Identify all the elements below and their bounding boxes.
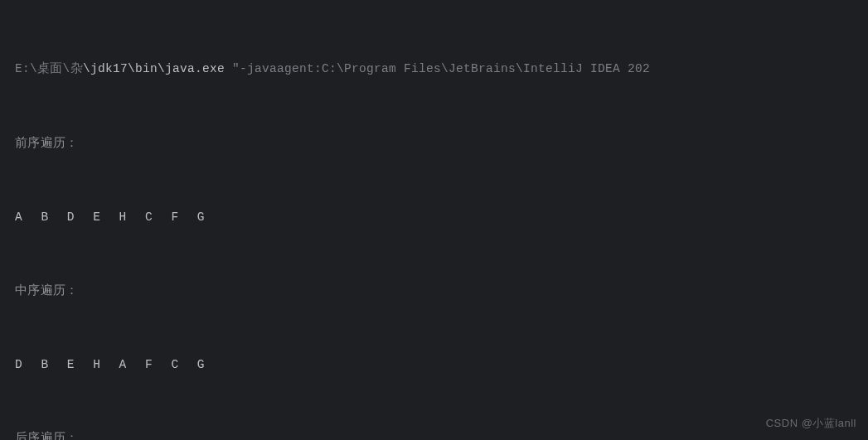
command-path: \jdk17\bin\java.exe bbox=[83, 62, 225, 75]
command-line: E:\桌面\杂\jdk17\bin\java.exe "-javaagent:C… bbox=[15, 57, 853, 82]
inorder-value: D B E H A F C G bbox=[15, 353, 853, 378]
console-output-panel: E:\桌面\杂\jdk17\bin\java.exe "-javaagent:C… bbox=[15, 8, 853, 440]
command-args: "-javaagent:C:\Program Files\JetBrains\I… bbox=[225, 62, 650, 75]
inorder-label: 中序遍历： bbox=[15, 279, 853, 304]
preorder-value: A B D E H C F G bbox=[15, 205, 853, 230]
command-prefix: E:\桌面\杂 bbox=[15, 62, 83, 75]
csdn-watermark: CSDN @小蓝lanll bbox=[766, 413, 856, 435]
postorder-label: 后序遍历： bbox=[15, 427, 853, 440]
preorder-label: 前序遍历： bbox=[15, 132, 853, 157]
